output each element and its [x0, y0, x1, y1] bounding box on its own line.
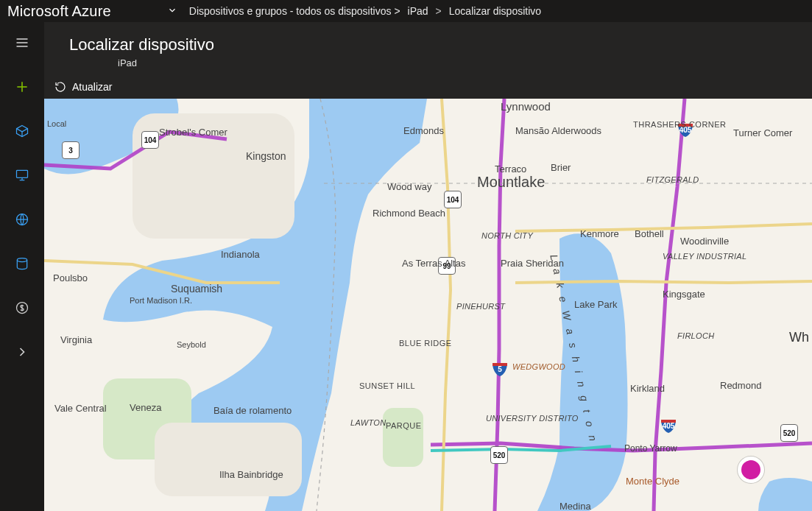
route-shield-104a: 104: [141, 131, 159, 149]
brand-label[interactable]: Microsoft Azure: [7, 3, 111, 20]
chevron-down-icon[interactable]: [167, 5, 177, 18]
breadcrumb-item-ipad[interactable]: iPad: [408, 5, 428, 17]
svg-rect-9: [17, 170, 28, 177]
svg-line-7: [22, 129, 28, 132]
route-shield-520a: 520: [490, 446, 508, 464]
refresh-label: Atualizar: [72, 81, 112, 93]
refresh-button[interactable]: Atualizar: [54, 81, 112, 93]
globe-icon[interactable]: [10, 208, 34, 231]
cube-icon[interactable]: [10, 119, 34, 143]
interstate-shield-5: 5: [491, 360, 509, 378]
svg-rect-17: [383, 408, 423, 467]
page-title: Localizar dispositivo: [69, 35, 214, 54]
sidebar: [0, 22, 44, 511]
route-shield-3: 3: [62, 141, 80, 159]
chevron-right-icon[interactable]: [10, 340, 34, 364]
map-svg: [44, 99, 812, 511]
add-icon[interactable]: [10, 75, 34, 99]
svg-point-13: [17, 258, 27, 262]
top-bar: Microsoft Azure Dispositivos e grupos - …: [0, 0, 812, 22]
route-shield-520b: 520: [780, 424, 798, 442]
interstate-shield-405a: 405: [677, 121, 694, 138]
blade-header: Localizar dispositivo iPad Atualizar: [44, 22, 812, 99]
route-shield-99: 99: [438, 257, 456, 275]
svg-line-6: [17, 129, 23, 132]
menu-icon[interactable]: [10, 31, 34, 54]
toolbar: Atualizar: [52, 75, 812, 99]
database-icon[interactable]: [10, 252, 34, 275]
breadcrumb-separator: >: [436, 5, 442, 17]
route-shield-104b: 104: [444, 191, 462, 208]
page-subtitle: iPad: [118, 57, 137, 68]
breadcrumb: Dispositivos e grupos - todos os disposi…: [189, 5, 541, 17]
dollar-icon[interactable]: [10, 296, 34, 320]
monitor-icon[interactable]: [10, 163, 34, 187]
interstate-shield-405b: 405: [660, 417, 677, 434]
breadcrumb-item-devices[interactable]: Dispositivos e grupos - todos os disposi…: [189, 5, 400, 17]
device-location-pin[interactable]: [738, 457, 764, 483]
breadcrumb-item-locate[interactable]: Localizar dispositivo: [449, 5, 541, 17]
map-canvas[interactable]: 3 99 520 520 104 104 5 405 405 Local Str…: [44, 99, 812, 511]
svg-rect-19: [155, 423, 302, 496]
